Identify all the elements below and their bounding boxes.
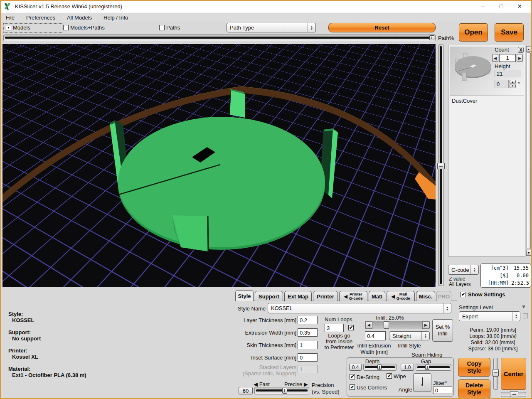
models-paths-checkbox[interactable] <box>63 25 69 30</box>
show-settings-checkbox[interactable]: ✔ <box>461 292 466 297</box>
tab-printer-gcode[interactable]: ◀ PrinterG-code <box>339 291 367 301</box>
loops-speed: Loops: 38.00 [mm/s] <box>457 333 529 340</box>
infill-style-dropdown[interactable]: Straight ▲▼ <box>389 331 430 340</box>
scroll-down-icon[interactable]: ▼ <box>526 250 531 256</box>
count-input[interactable] <box>499 54 516 62</box>
path-percent-label: Path% <box>438 35 454 41</box>
skin-thickness-input[interactable] <box>298 341 318 349</box>
infill-increase-icon[interactable]: ▶ <box>422 321 429 329</box>
infill-scrollbar-thumb[interactable] <box>384 321 389 329</box>
save-button[interactable]: Save <box>495 23 524 42</box>
depth-value: 0.4 <box>349 364 362 371</box>
infill-decrease-icon[interactable]: ◀ <box>365 321 372 329</box>
models-panel-scrollbar[interactable]: ▲ ▼ <box>526 46 532 256</box>
center-button[interactable]: Center <box>501 358 526 390</box>
jitter-input[interactable] <box>433 387 452 394</box>
spinner-arrows-icon: ▲▼ <box>421 332 429 340</box>
settings-tabs: Style Support Ext Map Printer ◀ PrinterG… <box>235 290 451 301</box>
angle-label: Angle <box>394 387 412 393</box>
set-percent-infill-button[interactable]: Set %Infill <box>432 319 453 342</box>
menu-all-models[interactable]: All Models <box>61 13 98 22</box>
inset-surface-input[interactable] <box>298 353 318 362</box>
maximize-button[interactable]: □ <box>492 0 510 12</box>
status-material-value: Ext1 - Octofiber PLA (6.38 m) <box>12 372 183 378</box>
reset-button[interactable]: Reset <box>328 23 436 32</box>
jitter-label: Jitter° <box>433 380 447 386</box>
paths-checkbox[interactable] <box>159 25 165 30</box>
gcode-dropdown[interactable]: G-code ▲▼ <box>448 265 479 275</box>
collapse-arrow-icon[interactable]: ▼ <box>521 304 526 310</box>
layer-thickness-input[interactable] <box>298 316 318 324</box>
settings-level-aux-checkbox[interactable] <box>523 313 528 318</box>
height-input[interactable] <box>495 70 521 77</box>
fast-label: ◀ Fast <box>254 381 270 387</box>
extrusion-width-input[interactable] <box>298 328 318 337</box>
settings-level-label: Settings Level <box>459 304 493 310</box>
stacked-layers-sublabel: (Sparse Infill, Support) <box>227 370 296 377</box>
spinner-arrows-icon: ▲▼ <box>512 312 520 321</box>
use-corners-checkbox[interactable]: ✔ <box>350 384 355 390</box>
arrow-left-icon: ◀ <box>391 294 394 299</box>
infill-extrusion-width-input[interactable] <box>365 331 386 340</box>
num-loops-checkbox[interactable]: ✔ <box>348 325 354 330</box>
infill-style-label: Infill Style <box>391 342 428 349</box>
rotation-input[interactable] <box>495 80 509 88</box>
model-close-button[interactable]: X <box>518 47 524 53</box>
3d-viewport[interactable] <box>2 44 436 287</box>
tab-misc[interactable]: Misc. <box>416 291 435 301</box>
precision-slider[interactable] <box>254 387 309 394</box>
tab-pro[interactable]: PRO <box>436 291 451 301</box>
tab-matl-gcode[interactable]: ◀ MatlG-code <box>387 291 415 301</box>
tab-support[interactable]: Support <box>255 291 283 301</box>
use-corners-label: Use Corners <box>357 384 387 391</box>
close-button[interactable]: ✕ <box>510 0 529 12</box>
center-offset-slider-thumb[interactable] <box>510 391 518 397</box>
scrollbar-thumb[interactable] <box>527 52 531 249</box>
menu-help-info[interactable]: Help / Info <box>98 13 134 22</box>
num-loops-input[interactable] <box>325 324 344 332</box>
precise-label: Precise ▶ <box>284 381 308 387</box>
count-decrement-button[interactable]: ◀ <box>492 54 498 62</box>
titlebar[interactable]: KISSlicer v1.5 Release Win64 (unregister… <box>0 0 532 12</box>
viewport-z-slider-thumb[interactable] <box>437 163 445 169</box>
path-percent-slider[interactable] <box>3 34 436 41</box>
open-button[interactable]: Open <box>459 23 488 42</box>
wipe-checkbox[interactable]: ✔ <box>387 373 392 379</box>
depth-slider[interactable] <box>363 364 397 371</box>
models-radio[interactable]: ● <box>6 25 11 30</box>
gap-slider-thumb[interactable] <box>425 365 429 370</box>
menu-preferences[interactable]: Preferences <box>20 13 61 22</box>
model-name-label: DustCover <box>452 98 477 104</box>
style-list-slider-thumb[interactable] <box>493 369 499 377</box>
precision-slider-thumb[interactable] <box>282 388 287 394</box>
models-paths-label: Models+Paths <box>70 25 105 31</box>
path-type-dropdown[interactable]: Path Type ▲▼ <box>227 23 316 32</box>
model-card[interactable]: Count X ◀ ▶ Height ▲ ▼ ° <box>450 47 524 96</box>
minimize-button[interactable]: – <box>474 0 492 12</box>
infill-percent-scrollbar[interactable]: ◀ ▶ <box>365 321 430 329</box>
gap-slider[interactable] <box>416 364 451 371</box>
paths-label: Paths <box>166 25 180 31</box>
tab-matl[interactable]: Matl <box>369 291 385 301</box>
destring-checkbox[interactable]: ✔ <box>350 374 355 379</box>
menu-file[interactable]: File <box>0 13 20 22</box>
stacked-layers-input[interactable] <box>298 365 318 373</box>
status-printer-value: Kossel XL <box>12 354 183 360</box>
tab-style[interactable]: Style <box>235 290 254 301</box>
kisslicer-window: KISSlicer v1.5 Release Win64 (unregister… <box>0 0 532 399</box>
models-radio-label: Models <box>13 25 30 31</box>
path-percent-slider-thumb[interactable] <box>429 35 434 40</box>
style-name-dropdown[interactable]: KOSSEL ▲▼ <box>268 303 451 313</box>
tab-ext-map[interactable]: Ext Map <box>284 291 312 301</box>
scroll-up-icon[interactable]: ▲ <box>526 46 531 52</box>
rotation-spinner[interactable]: ▲ ▼ <box>510 80 516 88</box>
skin-thickness-label: Skin Thickness [mm] <box>236 342 296 348</box>
angle-dial-button[interactable] <box>413 373 431 392</box>
tab-printer[interactable]: Printer <box>313 291 338 301</box>
arrow-right-icon: ▶ <box>304 381 308 387</box>
settings-level-dropdown[interactable]: Expert ▲▼ <box>459 311 520 321</box>
copy-style-button[interactable]: CopyStyle <box>458 358 490 377</box>
count-increment-button[interactable]: ▶ <box>517 54 523 62</box>
delete-style-button[interactable]: DeleteStyle <box>458 379 490 398</box>
depth-slider-thumb[interactable] <box>377 365 382 370</box>
